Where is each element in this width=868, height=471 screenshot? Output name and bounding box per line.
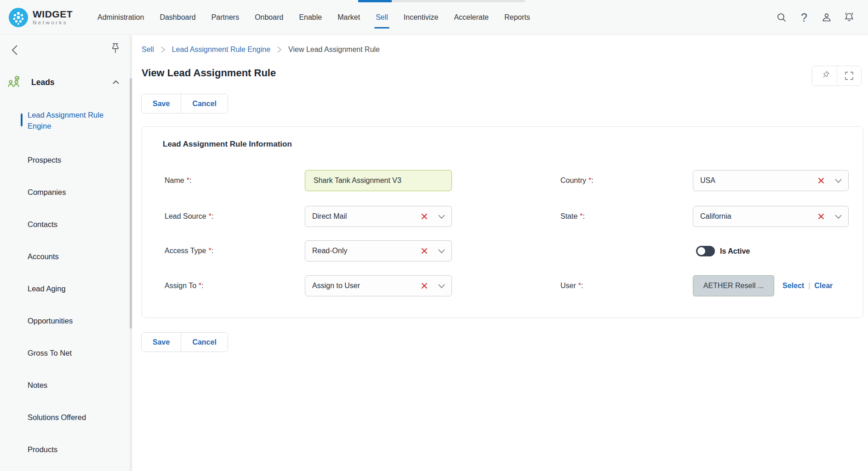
breadcrumb-current: View Lead Assignment Rule: [288, 45, 380, 54]
brand-subname: Networks: [33, 19, 73, 26]
sidebar-item-opportunities[interactable]: Opportunities: [0, 305, 132, 337]
sidebar-collapse-button[interactable]: [9, 43, 22, 57]
breadcrumb-sell[interactable]: Sell: [142, 45, 154, 54]
assign-to-dropdown[interactable]: Assign to User: [305, 275, 452, 296]
help-icon[interactable]: ?: [798, 11, 810, 23]
sidebar-item-products[interactable]: Products: [0, 433, 132, 465]
sidebar-item-lead-aging[interactable]: Lead Aging: [0, 272, 132, 305]
leads-icon: [6, 74, 21, 90]
sidebar-section-leads[interactable]: Leads: [0, 73, 132, 91]
access-type-label: Access Type*:: [165, 240, 213, 261]
pin-page-button[interactable]: [812, 66, 837, 85]
sidebar-scrollbar-thumb[interactable]: [130, 78, 132, 329]
breadcrumb: Sell Lead Assignment Rule Engine View Le…: [142, 45, 380, 54]
card-title: Lead Assignment Rule Information: [163, 140, 292, 149]
is-active-toggle[interactable]: [696, 246, 715, 256]
lead-source-label: Lead Source*:: [165, 206, 213, 227]
sidebar-item-contacts[interactable]: Contacts: [0, 208, 132, 240]
nav-administration[interactable]: Administration: [97, 0, 144, 35]
chevron-down-icon: [438, 248, 445, 254]
nav-accelerate[interactable]: Accelerate: [454, 0, 489, 35]
assign-to-clear-icon[interactable]: [421, 282, 428, 289]
nav-partners[interactable]: Partners: [211, 0, 239, 35]
cancel-button[interactable]: Cancel: [181, 94, 227, 113]
sidebar-pin-icon[interactable]: [109, 42, 121, 57]
lead-source-dropdown[interactable]: Direct Mail: [305, 206, 452, 227]
search-icon[interactable]: [776, 11, 788, 23]
cancel-button[interactable]: Cancel: [181, 333, 227, 352]
country-clear-icon[interactable]: [817, 177, 825, 184]
sidebar-item-prospects[interactable]: Prospects: [0, 144, 132, 176]
nav-sell[interactable]: Sell: [376, 0, 388, 35]
fullscreen-icon: [845, 71, 854, 80]
user-label: User*:: [560, 275, 583, 296]
nav-market[interactable]: Market: [337, 0, 360, 35]
nav-incentivize[interactable]: Incentivize: [404, 0, 439, 35]
sidebar-section-label: Leads: [31, 78, 55, 87]
user-value-chip[interactable]: AETHER Resell ...: [693, 275, 774, 296]
brand-name: WIDGET: [33, 9, 73, 19]
notifications-icon[interactable]: [843, 11, 855, 23]
nav-reports[interactable]: Reports: [504, 0, 530, 35]
page-title: View Lead Assignment Rule: [142, 67, 276, 79]
lead-source-clear-icon[interactable]: [421, 213, 428, 220]
chevron-down-icon: [834, 177, 842, 184]
user-icon[interactable]: [821, 11, 833, 23]
top-bar: WIDGET Networks Administration Dashboard…: [0, 0, 868, 35]
chevron-right-icon: [160, 46, 166, 53]
sidebar-item-gross-to-net[interactable]: Gross To Net: [0, 337, 132, 369]
user-clear-link[interactable]: Clear: [814, 282, 833, 290]
country-label: Country*:: [560, 170, 594, 191]
active-indicator-bar: [21, 113, 23, 126]
top-scrollbar[interactable]: [358, 0, 525, 2]
main-nav: Administration Dashboard Partners Onboar…: [97, 0, 530, 35]
nav-enable[interactable]: Enable: [299, 0, 322, 35]
form-actions-top: Save Cancel: [141, 94, 228, 113]
name-input[interactable]: [305, 170, 452, 191]
pin-icon: [817, 68, 833, 84]
assign-to-label: Assign To*:: [165, 275, 204, 296]
chevron-up-icon: [111, 78, 120, 87]
chevron-down-icon: [438, 213, 445, 220]
lead-assignment-rule-card: Lead Assignment Rule Information Name*: …: [142, 126, 863, 318]
access-type-clear-icon[interactable]: [421, 247, 428, 255]
user-select-link[interactable]: Select: [782, 282, 804, 290]
toggle-knob: [697, 247, 705, 255]
sidebar-item-lead-assignment-rule-engine[interactable]: Lead Assignment Rule Engine: [21, 109, 120, 131]
sidebar-item-accounts[interactable]: Accounts: [0, 240, 132, 272]
breadcrumb-lead-assignment-rule-engine[interactable]: Lead Assignment Rule Engine: [172, 45, 270, 54]
brand-logo[interactable]: WIDGET Networks: [8, 7, 73, 28]
state-dropdown[interactable]: California: [693, 206, 849, 227]
sidebar-item-solutions-offered[interactable]: Solutions Offered: [0, 401, 132, 433]
state-label: State*:: [560, 206, 585, 227]
save-button[interactable]: Save: [142, 94, 181, 113]
country-dropdown[interactable]: USA: [693, 170, 849, 191]
main-content: Sell Lead Assignment Rule Engine View Le…: [132, 35, 868, 471]
save-button[interactable]: Save: [142, 333, 181, 352]
chevron-down-icon: [438, 283, 445, 289]
state-clear-icon[interactable]: [817, 213, 825, 220]
sidebar-item-companies[interactable]: Companies: [0, 176, 132, 208]
sidebar-item-notes[interactable]: Notes: [0, 369, 132, 401]
access-type-dropdown[interactable]: Read-Only: [305, 240, 452, 261]
top-scrollbar-thumb[interactable]: [358, 0, 392, 2]
link-divider: |: [808, 282, 810, 290]
chevron-right-icon: [277, 46, 282, 53]
chevron-down-icon: [834, 213, 842, 220]
is-active-label: Is Active: [720, 247, 750, 255]
fullscreen-button[interactable]: [837, 66, 861, 85]
form-actions-bottom: Save Cancel: [141, 332, 228, 352]
nav-dashboard[interactable]: Dashboard: [160, 0, 195, 35]
nav-onboard[interactable]: Onboard: [255, 0, 283, 35]
header-tools: [812, 66, 862, 86]
name-label: Name*:: [165, 170, 191, 191]
brand-logo-icon: [8, 7, 29, 28]
sidebar: Leads Lead Assignment Rule Engine Prospe…: [0, 35, 132, 471]
